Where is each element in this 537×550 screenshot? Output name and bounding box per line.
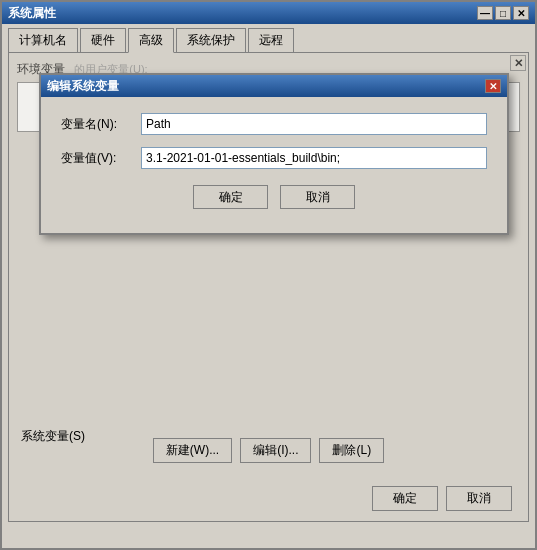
tab-bar: 计算机名 硬件 高级 系统保护 远程	[2, 24, 535, 52]
close-button[interactable]: ✕	[513, 6, 529, 20]
var-value-row: 变量值(V):	[61, 147, 487, 169]
ok-button[interactable]: 确定	[372, 486, 438, 511]
dialog-button-row: 确定 取消	[61, 185, 487, 217]
outer-window: 系统属性 — □ ✕ 计算机名 硬件 高级 系统保护 远程 环境变量 的用户变量…	[0, 0, 537, 550]
new-sysvar-button[interactable]: 新建(W)...	[153, 438, 232, 463]
edit-sysvar-button[interactable]: 编辑(I)...	[240, 438, 311, 463]
var-name-input[interactable]	[141, 113, 487, 135]
dialog-title: 编辑系统变量	[47, 78, 485, 95]
tab-remote[interactable]: 远程	[248, 28, 294, 52]
action-buttons: 新建(W)... 编辑(I)... 删除(L)	[21, 438, 516, 463]
delete-sysvar-button[interactable]: 删除(L)	[319, 438, 384, 463]
env-x-close[interactable]: ✕	[510, 55, 526, 71]
minimize-button[interactable]: —	[477, 6, 493, 20]
cancel-button[interactable]: 取消	[446, 486, 512, 511]
var-value-label: 变量值(V):	[61, 150, 141, 167]
dialog-body: 变量名(N): 变量值(V): 确定 取消	[41, 97, 507, 233]
tab-computer-name[interactable]: 计算机名	[8, 28, 78, 52]
tab-system-protection[interactable]: 系统保护	[176, 28, 246, 52]
var-name-label: 变量名(N):	[61, 116, 141, 133]
outer-title: 系统属性	[8, 5, 475, 22]
edit-sysvar-dialog: 编辑系统变量 ✕ 变量名(N): 变量值(V): 确定 取消	[39, 73, 509, 235]
outer-titlebar: 系统属性 — □ ✕	[2, 2, 535, 24]
bottom-buttons: 确定 取消	[364, 480, 520, 517]
tab-hardware[interactable]: 硬件	[80, 28, 126, 52]
maximize-button[interactable]: □	[495, 6, 511, 20]
dialog-titlebar: 编辑系统变量 ✕	[41, 75, 507, 97]
var-name-row: 变量名(N):	[61, 113, 487, 135]
dialog-ok-button[interactable]: 确定	[193, 185, 268, 209]
dialog-close-button[interactable]: ✕	[485, 79, 501, 93]
var-value-input[interactable]	[141, 147, 487, 169]
tab-advanced[interactable]: 高级	[128, 28, 174, 53]
dialog-cancel-button[interactable]: 取消	[280, 185, 355, 209]
main-panel: 环境变量 的用户变量(U): ✕ 编辑系统变量 ✕ 变量名(N): 变量值(V)…	[8, 52, 529, 522]
